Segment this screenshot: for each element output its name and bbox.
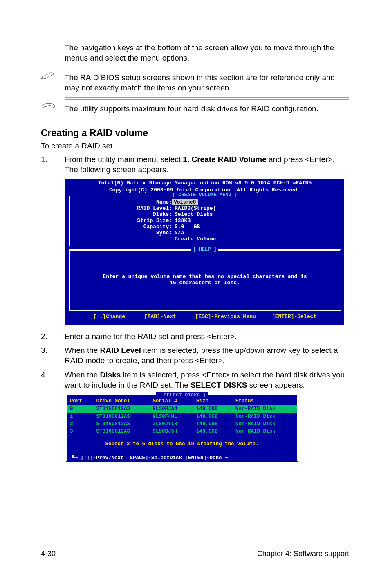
bios-nav-keys: [↑↓]Change [TAB]-Next [ESC]-Previous Men… xyxy=(65,313,344,323)
cell-status: Non-RAID Disk xyxy=(232,428,297,435)
cell-size: 149.0GB xyxy=(193,405,232,413)
cell-model: ST3160812AS xyxy=(93,413,149,420)
step-4-text-a: When the xyxy=(65,370,100,379)
step-number: 2. xyxy=(41,332,65,342)
select-disks-message: Select 2 to 6 disks to use in creating t… xyxy=(67,435,297,452)
table-row[interactable]: 3 ST3160812AS 9LS0BJ5H 149.0GB Non-RAID … xyxy=(67,428,297,435)
cell-port: 3 xyxy=(67,428,93,435)
svg-line-1 xyxy=(43,105,54,107)
cell-size: 149.0GB xyxy=(193,428,232,435)
step-4: When the Disks item is selected, press <… xyxy=(65,370,349,390)
label-disks: Disks: xyxy=(74,212,172,218)
select-disks-screenshot: [ SELECT DISKS ] Port Drive Model Serial… xyxy=(65,394,298,462)
cell-serial: 9LS0HJA4 xyxy=(149,405,193,413)
create-volume-title: [ CREATE VOLUME MENU ] xyxy=(171,192,239,198)
pencil-icon xyxy=(41,99,59,114)
col-port: Port xyxy=(67,397,93,405)
table-row[interactable]: 0 ST3160812AS 9LS0HJA4 149.0GB Non-RAID … xyxy=(67,405,297,413)
table-row[interactable]: 1 ST3160812AS 9LS0F4HL 149.0GB Non-RAID … xyxy=(67,413,297,420)
select-disks-nav: ╚═ [↑↓]-Prev/Next [SPACE]-SelectDisk [EN… xyxy=(67,455,297,463)
step-1: From the utility main menu, select 1. Cr… xyxy=(65,155,349,175)
cell-status: Non-RAID Disk xyxy=(232,413,297,420)
pencil-icon xyxy=(41,69,59,83)
step-1-bold: 1. Create RAID Volume xyxy=(183,155,266,164)
value-name[interactable]: Volume0 xyxy=(172,199,198,205)
label-sync: Sync: xyxy=(74,230,172,236)
value-raid-level[interactable]: RAID0(Stripe) xyxy=(172,205,216,211)
help-line1: Enter a unique volume name that has no s… xyxy=(74,274,336,280)
step-3: When the RAID Level item is selected, pr… xyxy=(65,346,349,366)
create-volume-action[interactable]: Create Volume xyxy=(172,236,216,242)
cell-model: ST3160812AS xyxy=(93,405,149,413)
cell-port: 0 xyxy=(67,405,93,413)
cell-status: Non-RAID Disk xyxy=(232,405,297,413)
cell-port: 2 xyxy=(67,420,93,428)
notes-block: The RAID BIOS setup screens shown in thi… xyxy=(41,69,349,118)
value-sync[interactable]: N/A xyxy=(172,230,184,236)
label-name: Name: xyxy=(74,200,172,206)
cell-serial: 9LS0BJ5H xyxy=(149,428,193,435)
select-disks-nav-text: [↑↓]-Prev/Next [SPACE]-SelectDisk [ENTER… xyxy=(81,455,222,461)
bios-header-line1: Intel(R) Matrix Storage Manager option R… xyxy=(65,179,344,187)
intro-paragraph: The navigation keys at the bottom of the… xyxy=(41,43,349,63)
step-3-text-a: When the xyxy=(65,346,100,355)
table-header-row: Port Drive Model Serial # Size Status xyxy=(67,397,297,405)
chapter-label: Chapter 4: Software support xyxy=(257,549,349,559)
col-size: Size xyxy=(193,397,232,405)
value-capacity[interactable]: 0.0 GB xyxy=(172,224,200,230)
select-disks-title: [ SELECT DISKS ] xyxy=(156,392,208,397)
cell-serial: 9LS0F4HL xyxy=(149,413,193,420)
label-strip-size: Strip Size: xyxy=(74,218,172,224)
page-number: 4-30 xyxy=(41,549,56,559)
col-status: Status xyxy=(232,397,297,405)
step-2: Enter a name for the RAID set and press … xyxy=(65,332,349,342)
note-1: The RAID BIOS setup screens shown in thi… xyxy=(65,69,349,97)
cell-size: 149.0GB xyxy=(193,413,232,420)
label-raid-level: RAID Level: xyxy=(74,206,172,212)
col-drive-model: Drive Model xyxy=(93,397,149,405)
step-number: 4. xyxy=(41,370,65,390)
step-4-bold-1: Disks xyxy=(100,370,121,379)
create-volume-menu-box: [ CREATE VOLUME MENU ] Name:Volume0 RAID… xyxy=(69,195,341,247)
help-title: [ HELP ] xyxy=(191,247,218,252)
page-footer: 4-30 Chapter 4: Software support xyxy=(41,545,349,559)
cell-model: ST3160812AS xyxy=(93,420,149,428)
note-2: The utility supports maximum four hard d… xyxy=(65,99,349,119)
value-strip-size[interactable]: 128KB xyxy=(172,218,191,224)
cell-port: 1 xyxy=(67,413,93,420)
cell-model: ST3160812AS xyxy=(93,428,149,435)
bios-create-volume-screenshot: Intel(R) Matrix Storage Manager option R… xyxy=(65,179,344,325)
cell-serial: 3LS0JYL8 xyxy=(149,420,193,428)
step-3-bold: RAID Level xyxy=(100,346,141,355)
step-1-text-a: From the utility main menu, select xyxy=(65,155,183,164)
step-number: 3. xyxy=(41,346,65,366)
label-capacity: Capacity: xyxy=(74,224,172,230)
value-disks[interactable]: Select Disks xyxy=(172,211,213,218)
step-number: 1. xyxy=(41,155,65,175)
step-4-bold-2: SELECT DISKS xyxy=(191,381,247,389)
cell-status: Non-RAID Disk xyxy=(232,420,297,428)
help-box: [ HELP ] Enter a unique volume name that… xyxy=(69,249,341,311)
section-heading: Creating a RAID volume xyxy=(41,127,349,139)
cell-size: 149.0GB xyxy=(193,420,232,428)
disks-table: Port Drive Model Serial # Size Status 0 … xyxy=(67,397,297,435)
help-line2: 16 characters or less. xyxy=(74,280,336,286)
col-serial: Serial # xyxy=(149,397,193,405)
section-subtitle: To create a RAID set xyxy=(41,141,349,151)
step-4-text-c: screen appears. xyxy=(247,381,305,389)
table-row[interactable]: 2 ST3160812AS 3LS0JYL8 149.0GB Non-RAID … xyxy=(67,420,297,428)
